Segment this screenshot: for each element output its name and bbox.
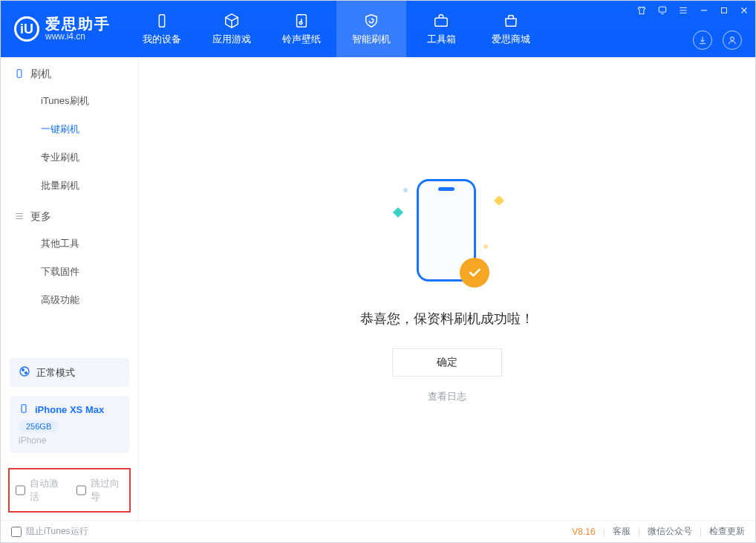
device-capacity-badge: 256GB [19,420,59,432]
shirt-icon[interactable] [636,5,647,18]
svg-rect-11 [22,405,26,413]
nav-my-device[interactable]: 我的设备 [127,1,197,57]
support-link[interactable]: 客服 [613,525,630,538]
main-content: 恭喜您，保资料刷机成功啦！ 确定 查看日志 [139,57,755,520]
brand-subtitle: www.i4.cn [45,32,111,42]
sidebar: 刷机 iTunes刷机 一键刷机 专业刷机 批量刷机 更多 其他工具 下载固件 … [1,57,139,520]
refresh-shield-icon [362,12,380,30]
download-button[interactable] [693,30,712,50]
sidebar-item-pro-flash[interactable]: 专业刷机 [1,143,138,172]
brand-logo-icon: iU [14,16,39,42]
nav-label: 工具箱 [427,33,456,46]
svg-rect-4 [659,7,665,12]
checkbox-label: 自动激活 [30,477,63,504]
nav-ringtones[interactable]: 铃声壁纸 [267,1,336,57]
sidebar-item-itunes-flash[interactable]: iTunes刷机 [1,87,138,115]
nav-label: 铃声壁纸 [282,33,321,46]
sidebar-item-download-firmware[interactable]: 下载固件 [1,258,138,286]
view-log-link[interactable]: 查看日志 [428,390,466,403]
checkbox-label: 跳过向导 [91,477,124,504]
device-type: iPhone [19,435,120,446]
nav-flash[interactable]: 智能刷机 [336,1,406,57]
user-button[interactable] [723,30,742,50]
options-highlight-box: 自动激活 跳过向导 [8,468,131,513]
nav-label: 应用游戏 [212,33,251,46]
device-name: iPhone XS Max [35,404,104,415]
close-button[interactable] [739,5,749,18]
checkmark-badge-icon [460,258,489,287]
version-label: V8.16 [572,527,595,537]
check-update-link[interactable]: 检查更新 [709,525,745,538]
sidebar-group-title: 刷机 [30,68,51,81]
svg-point-6 [731,37,734,41]
device-info-card[interactable]: iPhone XS Max 256GB iPhone [10,396,129,453]
device-icon [153,12,171,30]
success-illustration [391,175,503,293]
sidebar-group-title: 更多 [30,210,51,224]
sidebar-item-batch-flash[interactable]: 批量刷机 [1,172,138,200]
cube-icon [223,12,241,30]
music-file-icon [293,12,310,30]
sidebar-group-flash: 刷机 [1,57,138,87]
svg-point-10 [25,372,27,374]
phone-outline-icon [14,68,25,81]
sidebar-item-advanced[interactable]: 高级功能 [1,286,138,314]
brand-title: 爱思助手 [45,16,111,32]
mode-icon [19,365,30,380]
window-controls [636,5,749,18]
device-mode-card[interactable]: 正常模式 [10,358,129,387]
nav-label: 智能刷机 [352,33,391,46]
phone-small-icon [19,403,29,416]
nav-store[interactable]: 爱思商城 [476,1,546,57]
checkbox-block-itunes[interactable]: 阻止iTunes运行 [11,525,88,538]
checkbox-label: 阻止iTunes运行 [26,525,88,538]
maximize-button[interactable] [720,6,729,17]
svg-point-8 [20,367,29,376]
device-mode-label: 正常模式 [36,366,75,380]
wechat-link[interactable]: 微信公众号 [648,525,692,538]
top-nav: 我的设备 应用游戏 铃声壁纸 智能刷机 工具箱 [127,1,546,57]
ok-button[interactable]: 确定 [392,348,502,377]
sidebar-item-other-tools[interactable]: 其他工具 [1,230,138,258]
status-bar: 阻止iTunes运行 V8.16 | 客服 | 微信公众号 | 检查更新 [1,520,755,542]
feedback-icon[interactable] [657,5,668,18]
store-icon [502,12,520,30]
brand-block: iU 爱思助手 www.i4.cn [1,1,127,57]
nav-toolbox[interactable]: 工具箱 [406,1,476,57]
menu-icon[interactable] [678,5,688,18]
svg-rect-7 [17,69,22,77]
app-header: iU 爱思助手 www.i4.cn 我的设备 应用游戏 铃声壁纸 [1,1,755,57]
nav-label: 我的设备 [143,33,181,46]
brand-text: 爱思助手 www.i4.cn [45,16,111,42]
svg-rect-3 [435,18,448,26]
minimize-button[interactable] [699,5,709,18]
svg-rect-0 [159,15,164,27]
toolbox-icon [432,12,450,30]
checkbox-input[interactable] [16,485,25,495]
checkbox-auto-activate[interactable]: 自动激活 [16,477,63,504]
app-body: 刷机 iTunes刷机 一键刷机 专业刷机 批量刷机 更多 其他工具 下载固件 … [1,57,755,520]
list-icon [14,211,25,224]
checkbox-input[interactable] [76,485,86,495]
header-actions [693,30,742,50]
svg-point-2 [299,22,302,25]
svg-rect-5 [722,8,727,13]
svg-point-9 [22,369,25,371]
sidebar-item-oneclick-flash[interactable]: 一键刷机 [1,115,138,143]
nav-apps[interactable]: 应用游戏 [197,1,267,57]
checkbox-skip-wizard[interactable]: 跳过向导 [76,477,124,504]
success-message: 恭喜您，保资料刷机成功啦！ [360,310,534,328]
sidebar-group-more: 更多 [1,200,138,230]
nav-label: 爱思商城 [492,33,530,46]
checkbox-input[interactable] [11,527,22,537]
